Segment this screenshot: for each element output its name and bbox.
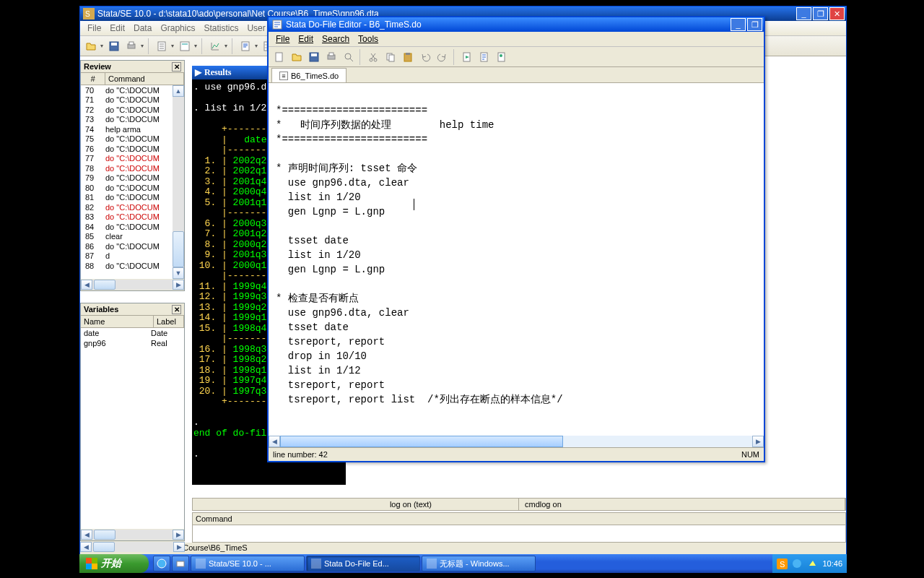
new-icon[interactable] <box>271 49 287 65</box>
scroll-right-icon[interactable]: ▶ <box>173 280 184 290</box>
minimize-button[interactable]: _ <box>796 7 811 20</box>
graph-dropdown[interactable]: ▾ <box>223 43 229 49</box>
review-vscroll[interactable]: ▲ ▼ <box>173 85 184 279</box>
review-row[interactable]: 70do "C:\DOCUM <box>81 85 184 95</box>
do-editor-dropdown[interactable]: ▾ <box>253 43 259 49</box>
review-row[interactable]: 87d <box>81 251 184 262</box>
review-row[interactable]: 77do "C:\DOCUM <box>81 154 184 164</box>
scroll-left-icon[interactable]: ◀ <box>80 542 92 552</box>
task-button[interactable]: Stata Do-File Ed... <box>306 556 420 571</box>
review-row[interactable]: 81do "C:\DOCUM <box>81 193 184 203</box>
redo-icon[interactable] <box>435 49 450 65</box>
var-row[interactable]: dateDate <box>81 328 184 338</box>
log-icon[interactable] <box>154 38 170 54</box>
paste-icon[interactable] <box>400 49 416 65</box>
clock[interactable]: 10:46 <box>822 559 842 568</box>
review-close-icon[interactable]: ✕ <box>172 62 181 72</box>
menu-file[interactable]: File <box>83 22 105 35</box>
review-row[interactable]: 78do "C:\DOCUM <box>81 163 184 173</box>
scroll-right-icon[interactable]: ▶ <box>173 542 185 552</box>
var-row[interactable]: gnp96Real <box>81 338 184 348</box>
variables-close-icon[interactable]: ✕ <box>172 305 181 314</box>
scroll-right-icon[interactable]: ▶ <box>752 436 764 447</box>
tray-icon[interactable] <box>807 558 818 569</box>
task-button[interactable]: 无标题 - Windows... <box>422 556 536 571</box>
save-icon[interactable] <box>106 38 122 54</box>
viewer-icon[interactable] <box>177 38 193 54</box>
viewer-dropdown[interactable]: ▾ <box>193 43 199 49</box>
scroll-left-icon[interactable]: ◀ <box>81 280 92 290</box>
command-input[interactable] <box>193 525 845 541</box>
dofile-title-bar[interactable]: Stata Do-File Editor - B6_TimeS.do _ ❐ <box>269 17 764 32</box>
review-row[interactable]: 84do "C:\DOCUM <box>81 222 184 232</box>
variables-list[interactable]: dateDategnp96Real <box>81 328 184 529</box>
preview-icon[interactable] <box>494 49 510 65</box>
task-button[interactable]: Stata/SE 10.0 - ... <box>191 556 305 571</box>
print-icon[interactable] <box>323 49 339 65</box>
review-row[interactable]: 83do "C:\DOCUM <box>81 212 184 223</box>
review-row[interactable]: 80do "C:\DOCUM <box>81 183 184 193</box>
dofile-menu-tools[interactable]: Tools <box>354 33 383 46</box>
graph-icon[interactable] <box>207 38 223 54</box>
var-header-label[interactable]: Label <box>154 316 184 327</box>
copy-icon[interactable] <box>383 49 398 65</box>
scroll-left-icon[interactable]: ◀ <box>269 436 280 447</box>
run-icon[interactable] <box>476 49 492 65</box>
cut-icon[interactable] <box>365 49 381 65</box>
open-icon[interactable] <box>289 49 305 65</box>
vars-hscroll[interactable]: ◀ ▶ <box>81 529 184 540</box>
start-button[interactable]: 开始 <box>79 554 149 573</box>
do-editor-icon[interactable] <box>237 38 253 54</box>
dofile-menu-edit[interactable]: Edit <box>294 33 318 46</box>
tray-icon[interactable]: S <box>777 558 788 569</box>
review-row[interactable]: 82do "C:\DOCUM <box>81 202 184 212</box>
maximize-button[interactable]: ❐ <box>813 7 828 20</box>
print-dropdown[interactable]: ▾ <box>139 43 145 49</box>
dofile-minimize-button[interactable]: _ <box>731 18 746 31</box>
menu-edit[interactable]: Edit <box>105 22 129 35</box>
undo-icon[interactable] <box>417 49 433 65</box>
review-row[interactable]: 76do "C:\DOCUM <box>81 144 184 154</box>
review-hscroll[interactable]: ◀ ▶ <box>81 279 184 290</box>
dofile-menu-search[interactable]: Search <box>318 33 354 46</box>
var-header-name[interactable]: Name <box>81 316 154 327</box>
review-row[interactable]: 86do "C:\DOCUM <box>81 241 184 251</box>
save-icon[interactable] <box>306 49 322 65</box>
scroll-thumb[interactable] <box>93 542 115 552</box>
scroll-thumb[interactable] <box>94 280 116 290</box>
scroll-right-icon[interactable]: ▶ <box>173 530 184 540</box>
quicklaunch[interactable] <box>153 556 170 571</box>
dofile-maximize-button[interactable]: ❐ <box>747 18 762 31</box>
dofile-tab[interactable]: ≡ B6_TimeS.do <box>271 68 346 82</box>
review-list[interactable]: 70do "C:\DOCUM71do "C:\DOCUM72do "C:\DOC… <box>81 85 184 279</box>
scroll-thumb[interactable] <box>173 231 184 267</box>
print-icon[interactable] <box>123 38 139 54</box>
system-tray[interactable]: S 10:46 <box>772 554 847 573</box>
scroll-down-icon[interactable]: ▼ <box>173 267 184 279</box>
review-row[interactable]: 79do "C:\DOCUM <box>81 173 184 184</box>
open-icon[interactable] <box>83 38 99 54</box>
review-row[interactable]: 85clear <box>81 232 184 242</box>
review-row[interactable]: 74help arma <box>81 124 184 134</box>
close-button[interactable]: ✕ <box>829 7 845 20</box>
do-icon[interactable] <box>459 49 475 65</box>
review-row[interactable]: 88do "C:\DOCUM <box>81 261 184 271</box>
review-row[interactable]: 73do "C:\DOCUM <box>81 115 184 125</box>
menu-user[interactable]: User <box>243 22 269 35</box>
editor-body[interactable]: *======================== * 时间序列数据的处理 he… <box>269 83 764 436</box>
editor-hscroll[interactable]: ◀ ▶ <box>269 436 764 447</box>
review-row[interactable]: 72do "C:\DOCUM <box>81 105 184 115</box>
scroll-up-icon[interactable]: ▲ <box>173 85 184 97</box>
log-dropdown[interactable]: ▾ <box>170 43 175 49</box>
scroll-thumb[interactable] <box>280 436 563 447</box>
menu-statistics[interactable]: Statistics <box>199 22 243 35</box>
scroll-thumb[interactable] <box>94 530 116 540</box>
menu-graphics[interactable]: Graphics <box>156 22 199 35</box>
tray-icon[interactable] <box>792 558 803 569</box>
menu-data[interactable]: Data <box>129 22 156 35</box>
scroll-left-icon[interactable]: ◀ <box>81 530 92 540</box>
quicklaunch[interactable] <box>172 556 189 571</box>
review-row[interactable]: 71do "C:\DOCUM <box>81 95 184 105</box>
bottom-hscroll[interactable]: ◀ ▶ <box>80 541 185 553</box>
dofile-menu-file[interactable]: File <box>271 33 294 46</box>
